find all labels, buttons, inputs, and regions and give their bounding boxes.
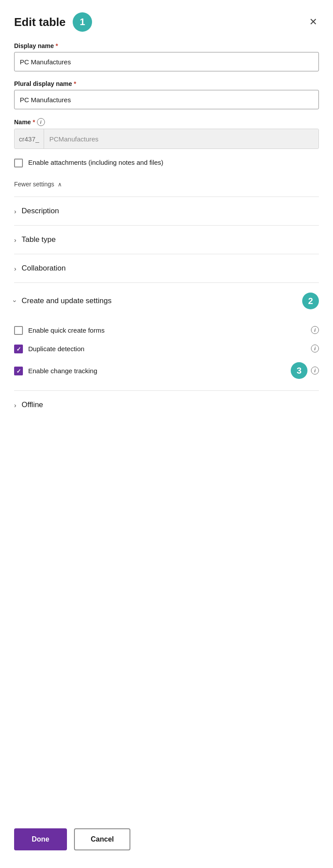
name-section: Name * i cr437_ PCManufactures (14, 118, 319, 149)
enable-attachments-label: Enable attachments (including notes and … (28, 158, 163, 167)
collaboration-section-row[interactable]: › Collaboration (14, 254, 319, 282)
chevron-down-create-update: › (11, 300, 19, 302)
change-tracking-info-icon[interactable]: i (311, 367, 319, 375)
quick-create-left: Enable quick create forms (14, 325, 104, 335)
chevron-right-offline: › (14, 401, 16, 409)
duplicate-detection-label: Duplicate detection (28, 345, 85, 352)
change-tracking-left: Enable change tracking (14, 366, 97, 375)
create-update-header[interactable]: › Create and update settings 2 (14, 283, 319, 317)
quick-create-info-icon[interactable]: i (311, 326, 319, 334)
footer-buttons: Done Cancel (14, 811, 319, 850)
chevron-up-icon: ∧ (58, 181, 62, 188)
cancel-button[interactable]: Cancel (74, 828, 130, 850)
change-tracking-row: Enable change tracking 3 i (14, 358, 319, 383)
fewer-settings-label: Fewer settings (14, 181, 54, 188)
enable-attachments-row: Enable attachments (including notes and … (14, 158, 319, 167)
step-badge-2: 2 (302, 293, 319, 309)
display-name-input[interactable] (14, 52, 319, 71)
chevron-right-collaboration: › (14, 265, 16, 272)
step-badge-1: 1 (73, 12, 92, 32)
done-button[interactable]: Done (14, 828, 67, 850)
plural-display-name-section: Plural display name * (14, 80, 319, 109)
required-star-name: * (33, 119, 35, 126)
change-tracking-label: Enable change tracking (28, 367, 97, 375)
chevron-right-table-type: › (14, 236, 16, 244)
display-name-label: Display name * (14, 42, 319, 49)
plural-display-name-label: Plural display name * (14, 80, 319, 87)
create-update-left: › Create and update settings (14, 297, 111, 305)
step-badge-3: 3 (291, 362, 307, 379)
quick-create-checkbox[interactable] (14, 326, 23, 335)
panel-title-area: Edit table 1 (14, 12, 92, 32)
plural-display-name-input[interactable] (14, 90, 319, 109)
duplicate-detection-info-icon[interactable]: i (311, 345, 319, 352)
required-star: * (56, 42, 58, 49)
duplicate-detection-left: Duplicate detection (14, 344, 85, 353)
name-label: Name * i (14, 118, 319, 126)
settings-content: Enable quick create forms i Duplicate de… (14, 317, 319, 390)
quick-create-row: Enable quick create forms i (14, 321, 319, 339)
create-update-title: Create and update settings (22, 297, 111, 305)
panel-header: Edit table 1 ✕ (14, 12, 319, 32)
table-type-label: Table type (22, 235, 56, 244)
display-name-section: Display name * (14, 42, 319, 71)
offline-section-row[interactable]: › Offline (14, 391, 319, 419)
enable-attachments-checkbox[interactable] (14, 159, 23, 167)
quick-create-label: Enable quick create forms (28, 326, 104, 334)
name-field-wrapper: cr437_ PCManufactures (14, 129, 319, 149)
name-value: PCManufactures (44, 129, 318, 148)
description-section-row[interactable]: › Description (14, 197, 319, 225)
close-button[interactable]: ✕ (307, 15, 319, 29)
description-label: Description (22, 207, 59, 215)
required-star-plural: * (74, 80, 76, 87)
table-type-section-row[interactable]: › Table type (14, 226, 319, 254)
collaboration-label: Collaboration (22, 264, 66, 273)
chevron-right-description: › (14, 208, 16, 215)
duplicate-detection-row: Duplicate detection i (14, 339, 319, 358)
offline-label: Offline (22, 401, 43, 409)
duplicate-detection-checkbox[interactable] (14, 345, 23, 353)
edit-table-panel: Edit table 1 ✕ Display name * Plural dis… (0, 0, 333, 868)
fewer-settings-toggle[interactable]: Fewer settings ∧ (14, 181, 319, 188)
panel-title: Edit table (14, 15, 66, 29)
change-tracking-checkbox[interactable] (14, 367, 23, 375)
name-prefix: cr437_ (15, 129, 44, 148)
name-info-icon[interactable]: i (37, 118, 45, 126)
